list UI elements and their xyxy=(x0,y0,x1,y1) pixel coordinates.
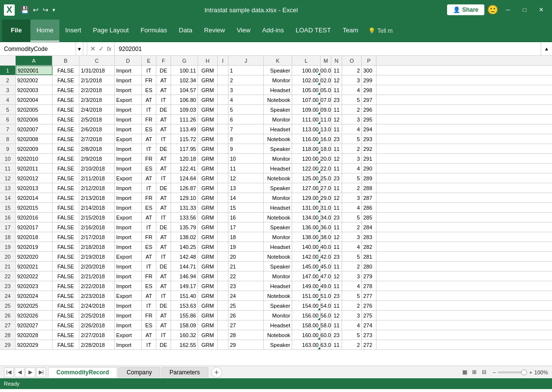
cell[interactable]: 9202021 xyxy=(16,262,52,271)
row-number[interactable]: 26 xyxy=(0,311,16,320)
cell[interactable]: 5 xyxy=(342,252,362,261)
cell[interactable]: 2/18/2018 xyxy=(79,242,115,251)
cell[interactable]: FALSE xyxy=(52,115,79,124)
zoom-out-button[interactable]: − xyxy=(493,369,496,375)
cell[interactable]: 9202024 xyxy=(16,291,52,300)
cell[interactable]: GRM xyxy=(198,193,218,202)
cell[interactable]: GRM xyxy=(198,115,218,124)
cell[interactable]: 102.34 xyxy=(171,75,198,85)
ribbon-tab-view[interactable]: View xyxy=(231,20,256,42)
row-number[interactable]: 16 xyxy=(0,213,16,222)
row-number[interactable]: 9 xyxy=(0,144,16,153)
cell[interactable]: 11 xyxy=(331,164,342,173)
cell[interactable]: 12 xyxy=(331,232,342,242)
cell[interactable]: 5 xyxy=(342,134,362,144)
cell[interactable]: 105.00 xyxy=(292,85,321,95)
cell[interactable]: 295 xyxy=(362,115,376,124)
row-number[interactable]: 22 xyxy=(0,271,16,281)
cell[interactable]: 1 xyxy=(228,66,264,75)
row-number[interactable]: 3 xyxy=(0,85,16,95)
cell[interactable]: 142.00 xyxy=(321,252,331,261)
cell[interactable]: 289 xyxy=(362,173,376,183)
cell[interactable]: 9202004 xyxy=(16,95,52,104)
cell[interactable]: 29 xyxy=(228,340,264,349)
cell[interactable]: 2/16/2018 xyxy=(79,222,115,232)
cell[interactable]: 163.00 xyxy=(321,340,331,349)
cell[interactable]: 278 xyxy=(362,281,376,291)
ribbon-tab-page-layout[interactable]: Page Layout xyxy=(87,20,135,42)
cell[interactable]: 9202020 xyxy=(16,252,52,261)
cell[interactable]: 23 xyxy=(331,173,342,183)
cell[interactable]: 146.94 xyxy=(171,271,198,281)
cell[interactable] xyxy=(218,164,228,173)
cell[interactable]: AT xyxy=(156,232,171,242)
cell[interactable]: 2/27/2018 xyxy=(79,330,115,340)
col-header-f[interactable]: F xyxy=(156,56,171,65)
cell[interactable]: FALSE xyxy=(52,105,79,114)
cell[interactable]: GRM xyxy=(198,252,218,261)
cell[interactable]: 9202010 xyxy=(16,154,52,163)
cell[interactable]: 138.00 xyxy=(321,232,331,242)
cell[interactable]: DE xyxy=(156,262,171,271)
cell[interactable]: 24 xyxy=(228,291,264,300)
cell[interactable]: 140.00 xyxy=(321,242,331,251)
cell[interactable]: Import xyxy=(115,262,142,271)
row-number[interactable]: 13 xyxy=(0,183,16,193)
cell[interactable]: 297 xyxy=(362,95,376,104)
cell[interactable]: ES xyxy=(142,85,156,95)
row-number[interactable]: 2 xyxy=(0,75,16,85)
cell[interactable]: FALSE xyxy=(52,271,79,281)
cell[interactable]: 162.55 xyxy=(171,340,198,349)
ribbon-tab-file[interactable]: File xyxy=(2,20,30,42)
cell[interactable]: Export xyxy=(115,134,142,144)
cell[interactable]: 2/20/2018 xyxy=(79,262,115,271)
cell[interactable]: AT xyxy=(142,95,156,104)
cell[interactable]: 3 xyxy=(342,193,362,202)
cell[interactable]: 9 xyxy=(228,144,264,153)
cell[interactable]: Import xyxy=(115,115,142,124)
cell[interactable]: IT xyxy=(142,105,156,114)
cell[interactable]: IT xyxy=(156,330,171,340)
cell[interactable]: 106.80 xyxy=(171,95,198,104)
cell[interactable]: 11 xyxy=(331,183,342,193)
cell[interactable]: 118.00 xyxy=(321,144,331,153)
cell[interactable] xyxy=(218,183,228,193)
sheet-nav-last[interactable]: ▶| xyxy=(36,368,46,377)
cell[interactable] xyxy=(218,66,228,75)
cell[interactable]: 3 xyxy=(342,154,362,163)
cell[interactable]: 23 xyxy=(331,330,342,340)
cell[interactable]: FALSE xyxy=(52,301,79,310)
cell[interactable]: 5 xyxy=(342,291,362,300)
cell[interactable]: 156.00 xyxy=(321,311,331,320)
cell[interactable]: 281 xyxy=(362,252,376,261)
cell[interactable]: 4 xyxy=(342,203,362,212)
row-number[interactable]: 18 xyxy=(0,232,16,242)
cell[interactable]: FALSE xyxy=(52,173,79,183)
cell[interactable] xyxy=(218,232,228,242)
cell[interactable]: Export xyxy=(115,252,142,261)
cell[interactable]: 158.00 xyxy=(292,320,321,330)
cell[interactable]: 9202015 xyxy=(16,203,52,212)
cell[interactable]: 138.02 xyxy=(171,232,198,242)
cell[interactable]: 149.00 xyxy=(292,281,321,291)
cell[interactable]: 135.79 xyxy=(171,222,198,232)
cell[interactable]: AT xyxy=(142,291,156,300)
cell[interactable]: 272 xyxy=(362,340,376,349)
cell[interactable]: 111.26 xyxy=(171,115,198,124)
cell[interactable]: 6 xyxy=(228,115,264,124)
col-header-b[interactable]: B xyxy=(52,56,79,65)
cell[interactable] xyxy=(218,330,228,340)
cell[interactable]: GRM xyxy=(198,173,218,183)
cell[interactable]: 2/28/2018 xyxy=(79,340,115,349)
cell[interactable]: 279 xyxy=(362,271,376,281)
cell[interactable]: GRM xyxy=(198,164,218,173)
cell[interactable]: 111.00 xyxy=(321,115,331,124)
cell[interactable]: 11 xyxy=(331,222,342,232)
cell[interactable]: 9202012 xyxy=(16,173,52,183)
row-number[interactable]: 8 xyxy=(0,134,16,144)
cell[interactable]: 131.33 xyxy=(171,203,198,212)
cell[interactable]: 8 xyxy=(228,134,264,144)
cell[interactable]: Import xyxy=(115,154,142,163)
smiley-icon[interactable]: 🙂 xyxy=(487,4,498,15)
cell[interactable] xyxy=(218,144,228,153)
